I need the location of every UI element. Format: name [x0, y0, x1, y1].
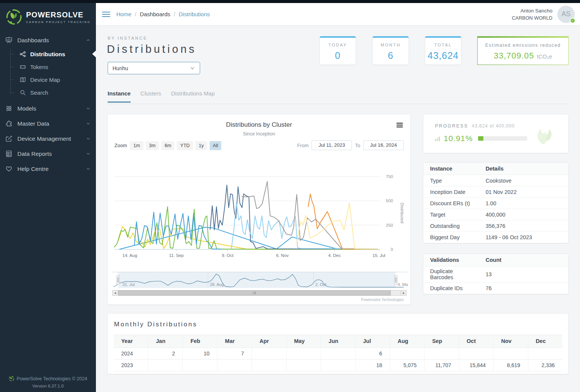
zoom-button-1y[interactable]: 1y: [195, 141, 207, 150]
table-cell: 8,619: [494, 360, 528, 371]
chart-context-menu-icon[interactable]: [396, 123, 403, 128]
chevron-down-icon: [86, 121, 91, 126]
sidebar-item-help-centre[interactable]: Help Centre: [0, 163, 96, 175]
edit-icon: [5, 135, 12, 142]
tab-clusters[interactable]: Clusters: [140, 90, 161, 103]
column-header: Details: [486, 166, 504, 172]
svg-text:750: 750: [386, 174, 393, 179]
stat-card-emissions: Estimated emissions reduced 33,709.05 tC…: [477, 36, 569, 65]
row-label: Duplicate Barcodes: [423, 266, 486, 282]
chart-navigator[interactable]: 31. Jul28. Aug2. Oct4. Mar: [112, 270, 408, 290]
column-header: Validations: [423, 257, 486, 263]
progress-card: PROGRESS 43,624 of 400,000 10.91%: [423, 114, 569, 153]
tab-instance[interactable]: Instance: [108, 90, 131, 103]
sidebar-item-dashboards[interactable]: Dashboards: [0, 34, 96, 46]
stat-card-today: TODAY 0: [319, 36, 356, 65]
distributions-line-chart: 025050075014. Aug11. Sep9. Oct6. Nov4. D…: [111, 157, 408, 261]
scroll-right-icon[interactable]: ▸: [401, 290, 407, 296]
table-cell: 2,336: [528, 360, 562, 371]
row-value: 76: [486, 285, 568, 291]
scroll-left-icon[interactable]: ◂: [112, 290, 118, 296]
column-header: May: [287, 335, 321, 347]
zoom-button-ytd[interactable]: YTD: [177, 141, 193, 150]
table-row: Discount ERs (t)1.00: [423, 198, 568, 209]
instance-details-table: Instance Details TypeCookstoveInception …: [423, 162, 569, 243]
validations-table: Validations Count Duplicate Barcodes13Du…: [423, 254, 569, 294]
sidebar-footer: PowerSolve Technologies © 2024 Version 6…: [0, 376, 96, 388]
zoom-button-1m[interactable]: 1m: [130, 141, 143, 150]
table-cell: 5,075: [390, 360, 424, 371]
svg-text:500: 500: [386, 198, 393, 203]
table-cell: [321, 348, 355, 359]
tabs-divider: [107, 104, 569, 104]
table-cell: [321, 360, 355, 371]
sidebar-item-tokens[interactable]: Tokens: [0, 60, 96, 73]
sidebar-item-models[interactable]: Models: [0, 103, 96, 114]
zoom-button-all[interactable]: All: [210, 141, 222, 150]
row-label: Inception Date: [423, 187, 486, 197]
column-header: Jul: [356, 335, 390, 347]
table-cell: [183, 360, 217, 371]
breadcrumb: Home / Dashboards / Distributions: [116, 11, 210, 17]
stat-label: Estimated emissions reduced: [478, 43, 568, 48]
row-label: Duplicate IDs: [423, 283, 486, 293]
sidebar-item-data-reports[interactable]: Data Reports: [0, 148, 96, 160]
row-value: 13: [486, 271, 568, 277]
sidebar-item-search[interactable]: Search: [0, 86, 96, 99]
table-row: TypeCookstove: [423, 175, 568, 186]
from-date-input[interactable]: Jul 11, 2023: [312, 140, 352, 150]
row-value: Cookstove: [486, 178, 568, 184]
zoom-button-3m[interactable]: 3m: [146, 141, 159, 150]
monthly-row: 202421076: [114, 348, 562, 360]
chart-attribution: Powersolve Technologies: [361, 298, 404, 302]
user-org: CARBON WORLD: [512, 15, 552, 21]
column-header: Mar: [218, 335, 252, 347]
svg-text:4. Dec: 4. Dec: [328, 253, 341, 258]
tab-distributions-map[interactable]: Distributions Map: [171, 90, 215, 103]
to-date-input[interactable]: Jul 16, 2024: [363, 140, 404, 150]
row-value: 1149 - 06 Oct 2023: [486, 234, 568, 240]
scrollbar-thumb[interactable]: [118, 291, 391, 295]
chevron-down-icon: [86, 166, 91, 171]
breadcrumb-home[interactable]: Home: [116, 11, 131, 17]
column-header: Dec: [528, 335, 562, 347]
stat-value: 33,709.05 tCO₂e: [478, 51, 568, 61]
chart-subtitle: Since Inception: [108, 131, 410, 137]
tabs: InstanceClustersDistributions Map: [108, 90, 215, 103]
table-cell: [148, 360, 183, 371]
sidebar-item-label: Device Map: [30, 77, 60, 83]
sidebar-item-master-data[interactable]: Master Data: [0, 118, 96, 129]
svg-text:14. Aug: 14. Aug: [122, 253, 137, 258]
svg-text:31. Jul: 31. Jul: [122, 282, 134, 287]
progress-label: PROGRESS: [435, 123, 468, 129]
avatar[interactable]: AS ✓: [557, 6, 575, 23]
status-check-badge: ✓: [570, 18, 575, 23]
footer-company: PowerSolve Technologies © 2024: [17, 376, 87, 381]
table-cell: [528, 348, 562, 359]
stat-card-month: MONTH 6: [372, 36, 409, 65]
instance-select[interactable]: Hunhu: [108, 62, 200, 74]
date-range: From Jul 11, 2023 To Jul 16, 2024: [297, 140, 404, 150]
sidebar-item-device-management[interactable]: Device Management: [0, 133, 96, 145]
dashboards-submenu: Distributions Tokens Device Map: [0, 48, 96, 99]
table-cell: [390, 348, 424, 359]
svg-text:6. Nov: 6. Nov: [276, 253, 288, 258]
active-item-notch: [92, 51, 96, 57]
mini-bars-icon: [435, 136, 441, 141]
progress-counts: 43,624 of 400,000: [472, 123, 515, 129]
zoom-button-6m[interactable]: 6m: [161, 141, 174, 150]
breadcrumb-distributions[interactable]: Distributions: [179, 11, 210, 17]
table-cell: 18: [356, 360, 390, 371]
sidebar-item-device-map[interactable]: Device Map: [0, 73, 96, 86]
sidebar-item-label: Master Data: [17, 120, 49, 127]
footer-version: Version 6.37.1.0: [0, 384, 96, 388]
brand[interactable]: POWERSOLVE CARBON PROJECT TRACKING: [0, 0, 96, 31]
chart-scrollbar[interactable]: ◂ ▸: [112, 290, 407, 296]
table-cell: [494, 348, 528, 359]
breadcrumb-dashboards[interactable]: Dashboards: [140, 11, 170, 17]
table-row: Target400,000: [423, 209, 568, 220]
sidebar-item-label: Search: [30, 89, 48, 96]
user-info: Anton Sancho CARBON WORLD: [512, 8, 552, 21]
sidebar-item-distributions[interactable]: Distributions: [0, 48, 96, 60]
hamburger-menu-icon[interactable]: [102, 10, 110, 18]
